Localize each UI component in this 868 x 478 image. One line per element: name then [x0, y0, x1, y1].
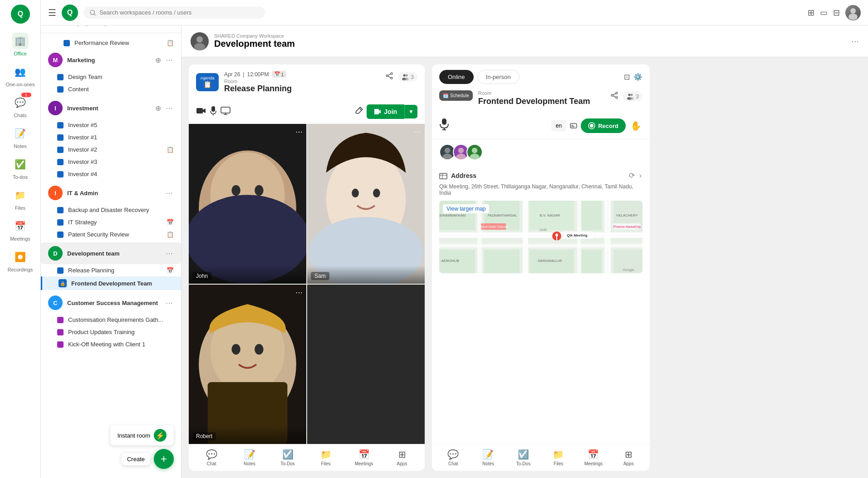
video-toggle-button[interactable]: [196, 106, 206, 118]
sidebar-item-office[interactable]: 🏢 Office: [0, 29, 40, 60]
group-more-button-investment[interactable]: ⋯: [165, 103, 174, 113]
group-header-marketing[interactable]: M Marketing ⊕ ⋯: [41, 49, 181, 71]
schedule-toolbar-files[interactable]: 📁 Files: [547, 449, 570, 466]
expand-button[interactable]: ⊟: [833, 8, 840, 18]
group-avatar-marketing: M: [48, 53, 63, 67]
schedule-toolbar-meetings[interactable]: 📅 Meetings: [582, 449, 605, 466]
svg-point-53: [630, 94, 633, 96]
recordings-icon: ⏺️: [12, 249, 29, 265]
schedule-expand-button[interactable]: ⊡: [624, 73, 630, 81]
address-more-button[interactable]: ⟳: [628, 170, 636, 181]
sidebar-item-files[interactable]: 📁 Files: [0, 183, 40, 214]
sidebar-item-recordings[interactable]: ⏺️ Recordings: [0, 245, 40, 276]
map-icon: [439, 172, 447, 180]
mic-toggle-button[interactable]: [210, 106, 217, 118]
main-content: Agenda 📋 Apr 26 | 12:00PM 📅 1 Room Relea…: [181, 57, 868, 478]
schedule-tabs-row: Online In-person ⊡ ⚙️: [432, 64, 650, 84]
sidebar-item-meetings[interactable]: 📅 Meetings: [0, 214, 40, 245]
toolbar-notes[interactable]: 📝 Notes: [238, 449, 261, 466]
lightning-button[interactable]: ⚡: [154, 429, 167, 442]
list-item[interactable]: Content: [41, 83, 181, 95]
svg-point-7: [848, 14, 858, 20]
language-button[interactable]: en: [551, 120, 566, 132]
group-more-button-cs[interactable]: ⋯: [165, 298, 174, 308]
toolbar-meetings[interactable]: 📅 Meetings: [353, 449, 375, 466]
sidebar-item-chats[interactable]: 💬 Chats: [0, 91, 40, 122]
list-item[interactable]: Design Team: [41, 71, 181, 83]
workspace-more-button[interactable]: ···: [851, 36, 859, 46]
workspace-list: Performance Review 📋 M Marketing ⊕ ⋯ Des…: [41, 33, 181, 478]
screen-share-button[interactable]: [221, 106, 230, 118]
layout-button[interactable]: ▭: [820, 8, 828, 18]
list-item[interactable]: Product Updates Training: [41, 326, 181, 338]
toolbar-todos[interactable]: ☑️ To-Dos: [276, 449, 299, 466]
list-item[interactable]: Investor #5: [41, 119, 181, 131]
search-input[interactable]: [99, 9, 259, 16]
svg-point-52: [628, 94, 630, 96]
chats-icon: 💬: [12, 94, 29, 111]
user-avatar[interactable]: [845, 5, 861, 20]
tab-in-person[interactable]: In-person: [477, 70, 520, 84]
svg-marker-29: [379, 110, 381, 113]
address-section: Address ⟳ › Qik Meeting, 26th Street, Th…: [432, 165, 650, 279]
add-room-button[interactable]: ⊕: [154, 55, 162, 65]
share-button[interactable]: [384, 71, 394, 83]
sidebar-item-notes[interactable]: 📝 Notes: [0, 122, 40, 153]
toolbar-chat[interactable]: 💬 Chat: [200, 449, 223, 466]
sidebar-item-todos[interactable]: ✅ To-dos: [0, 153, 40, 183]
list-item[interactable]: Backup and Disaster Recovery: [41, 204, 181, 216]
schedule-toolbar-notes[interactable]: 📝 Notes: [477, 449, 500, 466]
video-cell-menu-john[interactable]: ⋯: [295, 128, 303, 136]
address-next-button[interactable]: ›: [638, 170, 642, 181]
record-button[interactable]: Record: [581, 118, 626, 133]
list-item[interactable]: Kick-Off Meeting with Client 1: [41, 338, 181, 350]
schedule-mic-button[interactable]: [439, 118, 449, 133]
list-item[interactable]: Investor #4: [41, 168, 181, 180]
group-header-it-admin[interactable]: I IT & Admin ⋯: [41, 182, 181, 204]
grid-view-button[interactable]: ⊞: [808, 8, 814, 18]
schedule-toolbar-apps[interactable]: ⊞ Apps: [617, 449, 640, 466]
list-item[interactable]: IT Strategy 📅: [41, 216, 181, 228]
list-item[interactable]: Investor #1: [41, 131, 181, 143]
video-cell-menu-robert[interactable]: ⋯: [295, 288, 303, 297]
list-item[interactable]: Investor #2 📋: [41, 143, 181, 156]
schedule-settings-button[interactable]: ⚙️: [633, 73, 642, 81]
search-bar[interactable]: [83, 6, 265, 19]
list-item[interactable]: Customisation Requirements Gath...: [41, 314, 181, 326]
list-item-active[interactable]: 🔒 Frontend Development Team: [41, 276, 181, 290]
schedule-badge: 🗓️ Schedule: [439, 90, 473, 101]
group-more-button[interactable]: ⋯: [165, 55, 174, 65]
create-fab-button[interactable]: +: [154, 449, 174, 469]
join-button[interactable]: Join: [367, 104, 404, 119]
list-item[interactable]: Investor #3: [41, 156, 181, 168]
group-avatar-it-admin: I: [48, 186, 63, 200]
join-dropdown-button[interactable]: ▼: [404, 105, 417, 118]
group-header-customer-success[interactable]: C Customer Success Management ⋯: [41, 292, 181, 314]
svg-point-19: [404, 78, 409, 80]
app-logo[interactable]: Q: [11, 5, 30, 24]
group-more-button-it[interactable]: ⋯: [165, 188, 174, 198]
group-header-development[interactable]: D Development team ⋯: [41, 242, 181, 264]
toolbar-apps[interactable]: ⊞ Apps: [391, 449, 413, 466]
workspace-shared-label: SHARED Company Workspace: [214, 33, 295, 39]
add-room-button-investment[interactable]: ⊕: [154, 103, 162, 113]
list-item[interactable]: Release Planning 📅: [41, 264, 181, 276]
list-item[interactable]: Patent Security Review 📋: [41, 228, 181, 241]
toolbar-files[interactable]: 📁 Files: [314, 449, 337, 466]
group-header-investment[interactable]: I Investment ⊕ ⋯: [41, 97, 181, 119]
schedule-toolbar-todos[interactable]: ☑️ To-Dos: [512, 449, 535, 466]
sidebar-item-one-on-ones[interactable]: 👥 One-on-ones: [0, 60, 40, 91]
svg-point-66: [442, 154, 452, 160]
svg-point-13: [391, 77, 392, 79]
hamburger-button[interactable]: ☰: [48, 7, 56, 18]
edit-button[interactable]: [355, 107, 363, 117]
group-more-button-dev[interactable]: ⋯: [165, 248, 174, 259]
map-link[interactable]: View larger map: [443, 204, 489, 213]
list-item[interactable]: Performance Review 📋: [41, 37, 181, 49]
schedule-toolbar-chat[interactable]: 💬 Chat: [442, 449, 465, 466]
video-cell-menu-sam[interactable]: ⋯: [414, 128, 421, 136]
schedule-share-button[interactable]: [609, 90, 619, 102]
tab-online[interactable]: Online: [439, 70, 474, 84]
svg-point-48: [611, 94, 613, 96]
hand-raise-button[interactable]: ✋: [629, 119, 642, 132]
